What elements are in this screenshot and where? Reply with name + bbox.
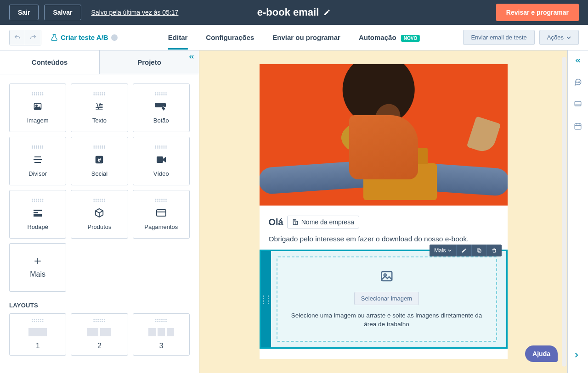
drag-dots-icon: •••••••••••• — [32, 319, 44, 323]
module-products[interactable]: •••••••••••• Produtos — [71, 190, 128, 239]
module-more[interactable]: Mais — [9, 243, 66, 292]
module-divider[interactable]: •••••••••••• Divisor — [9, 137, 66, 185]
delete-module-button[interactable] — [487, 245, 502, 256]
drag-dots-icon: •••••••••••• — [93, 92, 106, 96]
video-icon — [156, 154, 167, 166]
module-image[interactable]: •••••••••••• Imagem — [9, 84, 66, 132]
undo-button[interactable] — [10, 30, 25, 45]
layout-1col[interactable]: •••••••••••• 1 — [9, 313, 66, 356]
tab-automation[interactable]: Automação NOVO — [359, 26, 420, 49]
drag-dots-icon: •••••••••••• — [155, 92, 167, 96]
svg-rect-4 — [100, 106, 103, 106]
svg-rect-14 — [34, 212, 38, 213]
trash-icon — [492, 248, 497, 253]
image-module-selected[interactable]: ⋮⋮⋮⋮ Mais Selecionar — [260, 250, 508, 349]
module-social-label: Social — [91, 170, 107, 177]
module-text[interactable]: •••••••••••• Texto — [71, 84, 128, 132]
collapse-right-icon[interactable] — [574, 57, 582, 64]
side-tab-contents[interactable]: Conteúdos — [0, 50, 99, 74]
svg-rect-5 — [100, 104, 103, 105]
expand-right-icon[interactable] — [572, 351, 581, 359]
module-footer[interactable]: •••••••••••• Rodapé — [9, 190, 66, 239]
pencil-icon — [461, 248, 467, 253]
module-text-label: Texto — [92, 117, 107, 124]
svg-rect-16 — [157, 210, 166, 216]
review-schedule-button[interactable]: Revisar e programar — [496, 4, 579, 21]
actions-dropdown[interactable]: Ações — [539, 30, 579, 45]
comments-icon[interactable] — [574, 78, 582, 86]
module-payments[interactable]: •••••••••••• Pagamentos — [133, 190, 190, 239]
help-button[interactable]: Ajuda — [525, 345, 558, 362]
svg-point-29 — [578, 82, 579, 83]
thanks-text[interactable]: Obrigado pelo interesse em fazer o downl… — [269, 235, 498, 243]
drag-handle[interactable]: ⋮⋮⋮⋮ — [261, 251, 271, 347]
text-icon — [94, 100, 105, 112]
svg-rect-24 — [478, 250, 481, 252]
module-products-label: Produtos — [87, 223, 111, 230]
layout-grid: •••••••••••• 1 •••••••••••• 2 ••••••••••… — [9, 313, 190, 356]
ab-test-link[interactable]: Criar teste A/B — [51, 33, 118, 41]
save-button[interactable]: Salvar — [44, 5, 81, 20]
clone-module-button[interactable] — [472, 245, 487, 256]
drag-dots-icon: •••••••••••• — [32, 145, 44, 149]
info-icon — [111, 34, 118, 41]
side-tabs: Conteúdos Projeto — [0, 50, 199, 74]
calendar-icon[interactable] — [574, 122, 582, 130]
divider-icon — [33, 154, 43, 166]
top-bar: Sair Salvar Salvo pela última vez às 05:… — [0, 0, 588, 25]
topbar-left: Sair Salvar Salvo pela última vez às 05:… — [9, 5, 178, 20]
side-content: •••••••••••• Imagem •••••••••••• Texto •… — [0, 74, 199, 373]
module-social[interactable]: •••••••••••• # Social — [71, 137, 128, 185]
drag-dots-icon: •••••••••••• — [93, 145, 106, 149]
module-button[interactable]: •••••••••••• Botão — [133, 84, 190, 132]
right-actions: Enviar email de teste Ações — [463, 30, 579, 45]
tab-send[interactable]: Enviar ou programar — [272, 26, 340, 49]
redo-button[interactable] — [25, 30, 41, 45]
more-menu-button[interactable]: Mais — [430, 245, 456, 256]
select-image-button[interactable]: Selecionar imagem — [354, 292, 419, 305]
edit-module-button[interactable] — [457, 245, 472, 256]
layout-3col[interactable]: •••••••••••• 3 — [133, 313, 190, 356]
email-title: e-book email — [257, 6, 319, 18]
plus-icon — [33, 256, 42, 266]
tab-settings[interactable]: Configurações — [206, 26, 254, 49]
svg-rect-25 — [477, 249, 480, 251]
module-divider-label: Divisor — [28, 170, 47, 177]
title-center: e-book email — [257, 6, 331, 18]
right-rail — [568, 50, 588, 373]
second-bar: Criar teste A/B Editar Configurações Env… — [0, 25, 588, 50]
payments-icon — [156, 207, 167, 219]
svg-rect-31 — [575, 101, 581, 106]
last-saved-link[interactable]: Salvo pela última vez às 05:17 — [91, 9, 179, 16]
module-video-label: Vídeo — [153, 170, 169, 177]
layout-2-label: 2 — [97, 342, 102, 350]
layout-preview — [148, 328, 174, 336]
drag-dots-icon: •••••••••••• — [155, 319, 167, 323]
send-test-button[interactable]: Enviar email de teste — [463, 30, 534, 45]
tab-edit[interactable]: Editar — [168, 26, 188, 49]
exit-button[interactable]: Sair — [9, 5, 39, 20]
drag-dots-icon: •••••••••••• — [155, 145, 167, 149]
sidebar-left: Conteúdos Projeto •••••••••••• Imagem ••… — [0, 50, 199, 373]
svg-rect-12 — [157, 156, 163, 163]
desktop-preview-icon[interactable] — [574, 100, 582, 108]
svg-rect-6 — [155, 103, 166, 107]
hero-image[interactable] — [260, 64, 508, 206]
button-icon — [155, 100, 168, 112]
canvas[interactable]: Olá Nome da empresa Obrigado pelo intere… — [199, 50, 568, 373]
side-tab-design[interactable]: Projeto — [99, 50, 199, 74]
greeting-row: Olá Nome da empresa — [269, 216, 498, 228]
pencil-icon[interactable] — [323, 9, 331, 16]
company-token[interactable]: Nome da empresa — [287, 216, 359, 228]
image-dropzone[interactable]: Selecionar imagem Selecione uma imagem o… — [277, 256, 497, 342]
svg-point-28 — [577, 82, 577, 83]
svg-rect-8 — [34, 156, 41, 157]
drag-dots-icon: •••••••••••• — [32, 92, 44, 96]
module-video[interactable]: •••••••••••• Vídeo — [133, 137, 190, 185]
greeting-text: Olá — [269, 217, 283, 228]
layout-2col[interactable]: •••••••••••• 2 — [71, 313, 128, 356]
layout-preview — [87, 328, 111, 336]
canvas-scrollbar[interactable] — [562, 57, 566, 367]
collapse-sidebar-icon[interactable] — [188, 53, 195, 61]
products-icon — [94, 207, 104, 219]
